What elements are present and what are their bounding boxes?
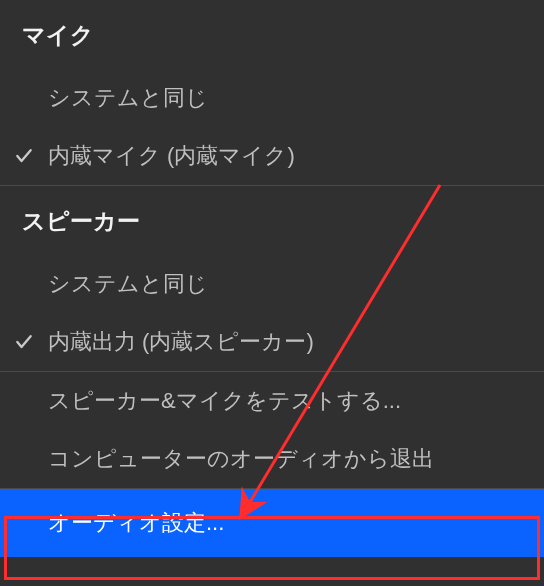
audio-settings-label: オーディオ設定... xyxy=(48,508,544,538)
audio-menu: マイク システムと同じ 内蔵マイク (内蔵マイク) スピーカー システムと同じ … xyxy=(0,0,544,557)
leave-audio-label: コンピューターのオーディオから退出 xyxy=(48,444,544,474)
speaker-section-header: スピーカー xyxy=(0,186,544,255)
mic-section-header: マイク xyxy=(0,0,544,69)
mic-option-same-as-system[interactable]: システムと同じ xyxy=(0,69,544,127)
test-audio-item[interactable]: スピーカー&マイクをテストする... xyxy=(0,372,544,430)
mic-option-label: システムと同じ xyxy=(48,83,544,113)
speaker-option-label: 内蔵出力 (内蔵スピーカー) xyxy=(48,327,544,357)
speaker-option-label: システムと同じ xyxy=(48,269,544,299)
leave-audio-item[interactable]: コンピューターのオーディオから退出 xyxy=(0,430,544,488)
speaker-option-internal[interactable]: 内蔵出力 (内蔵スピーカー) xyxy=(0,313,544,371)
test-audio-label: スピーカー&マイクをテストする... xyxy=(48,386,544,416)
mic-header-label: マイク xyxy=(22,22,94,48)
checkmark-icon xyxy=(0,146,48,166)
audio-settings-item[interactable]: オーディオ設定... xyxy=(0,489,544,557)
checkmark-icon xyxy=(0,332,48,352)
speaker-option-same-as-system[interactable]: システムと同じ xyxy=(0,255,544,313)
speaker-header-label: スピーカー xyxy=(22,208,140,234)
mic-option-label: 内蔵マイク (内蔵マイク) xyxy=(48,141,544,171)
mic-option-internal[interactable]: 内蔵マイク (内蔵マイク) xyxy=(0,127,544,185)
